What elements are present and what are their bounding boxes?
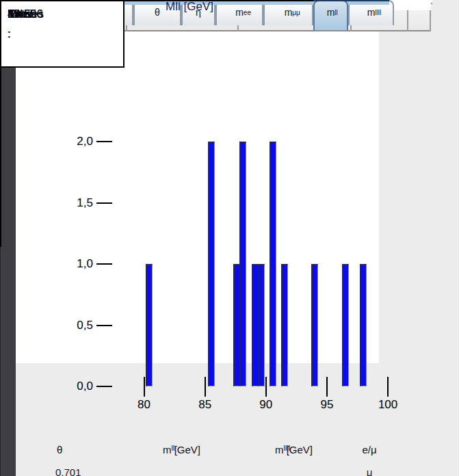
chart-layer: Mll [GeV] Entries :14 Mean :89.696 Rms :… <box>0 0 459 476</box>
x-tick <box>265 377 267 397</box>
y-tick <box>96 386 112 387</box>
y-tick-label: 1,0 <box>59 257 93 271</box>
histogram-bar <box>342 264 349 386</box>
y-tick <box>96 325 112 326</box>
x-tick <box>326 377 328 397</box>
histogram-bar <box>258 264 265 386</box>
stats-box: Entries :14 Mean :89.696 Rms :4.4556 <box>0 0 124 68</box>
y-tick-label: 2,0 <box>59 135 93 148</box>
y-tick-label: 0,5 <box>59 319 93 332</box>
x-tick-label: 85 <box>185 398 226 412</box>
app-window: ▲ ▼ Histograms p pT θ η mee mμμ mll mlll… <box>0 0 459 476</box>
y-tick-label: 0,0 <box>59 380 93 393</box>
x-tick-label: 90 <box>246 398 287 412</box>
x-tick <box>144 377 145 397</box>
x-tick <box>205 377 206 397</box>
histogram-bar <box>281 264 288 386</box>
x-tick-label: 95 <box>306 398 347 412</box>
x-tick-label: 80 <box>124 398 165 412</box>
y-tick <box>96 263 112 265</box>
y-tick <box>96 141 112 142</box>
y-tick <box>96 202 112 204</box>
histogram-bar <box>146 264 153 386</box>
histogram-bar <box>311 264 318 386</box>
y-tick-label: 1,5 <box>59 196 93 210</box>
x-tick-label: 100 <box>367 398 408 412</box>
histogram-bar <box>208 142 215 386</box>
histogram-bar <box>239 142 246 386</box>
histogram-bar <box>270 142 276 386</box>
histogram-bar <box>360 264 367 386</box>
stats-rms-value: 4.4556 <box>8 4 43 24</box>
x-tick <box>387 377 389 397</box>
